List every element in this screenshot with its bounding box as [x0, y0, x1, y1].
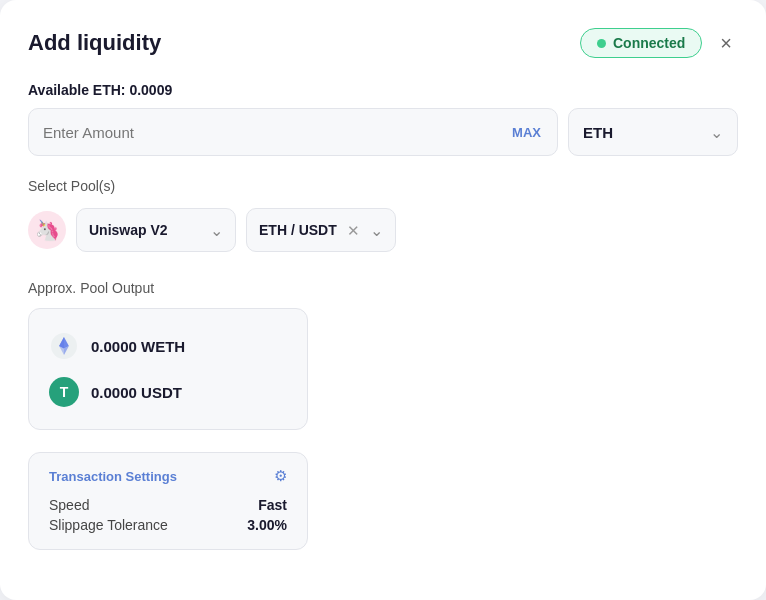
- usdt-output-value: 0.0000 USDT: [91, 384, 182, 401]
- usdt-icon: T: [49, 377, 79, 407]
- connected-dot: [597, 39, 606, 48]
- chevron-down-icon: ⌄: [710, 123, 723, 142]
- approx-output-label: Approx. Pool Output: [28, 280, 738, 296]
- weth-output-row: 0.0000 WETH: [49, 325, 287, 367]
- uniswap-pool-select[interactable]: Uniswap V2 ⌄: [76, 208, 236, 252]
- weth-output-value: 0.0000 WETH: [91, 338, 185, 355]
- select-pools-label: Select Pool(s): [28, 178, 738, 194]
- available-eth-value: 0.0009: [129, 82, 172, 98]
- tx-settings-title: Transaction Settings: [49, 469, 177, 484]
- pair-remove-button[interactable]: ✕: [345, 223, 362, 238]
- amount-row: MAX ETH ⌄: [28, 108, 738, 156]
- max-button[interactable]: MAX: [506, 121, 547, 144]
- gear-icon[interactable]: ⚙: [274, 467, 287, 485]
- connected-button[interactable]: Connected: [580, 28, 702, 58]
- slippage-row: Slippage Tolerance 3.00%: [49, 515, 287, 535]
- pair-select-label: ETH / USDT: [259, 222, 337, 238]
- pool-row: 🦄 Uniswap V2 ⌄ ETH / USDT ✕ ⌄: [28, 208, 738, 252]
- close-button[interactable]: ×: [714, 31, 738, 55]
- close-icon: ×: [720, 32, 732, 54]
- modal-title: Add liquidity: [28, 30, 161, 56]
- pool-output-card: 0.0000 WETH T 0.0000 USDT: [28, 308, 308, 430]
- uniswap-pool-label: Uniswap V2: [89, 222, 202, 238]
- weth-icon: [49, 331, 79, 361]
- transaction-settings-card: Transaction Settings ⚙ Speed Fast Slippa…: [28, 452, 308, 550]
- connected-label: Connected: [613, 35, 685, 51]
- speed-value: Fast: [258, 497, 287, 513]
- pair-select[interactable]: ETH / USDT ✕ ⌄: [246, 208, 396, 252]
- token-select[interactable]: ETH ⌄: [568, 108, 738, 156]
- uniswap-chevron-icon: ⌄: [210, 221, 223, 240]
- add-liquidity-modal: Add liquidity Connected × Available ETH:…: [0, 0, 766, 600]
- pair-chevron-icon: ⌄: [370, 221, 383, 240]
- usdt-output-row: T 0.0000 USDT: [49, 371, 287, 413]
- modal-header: Add liquidity Connected ×: [28, 28, 738, 58]
- slippage-label: Slippage Tolerance: [49, 517, 168, 533]
- speed-label: Speed: [49, 497, 89, 513]
- slippage-value: 3.00%: [247, 517, 287, 533]
- available-eth-label: Available ETH: 0.0009: [28, 82, 738, 98]
- amount-input-wrap: MAX: [28, 108, 558, 156]
- tx-settings-header: Transaction Settings ⚙: [49, 467, 287, 485]
- amount-input[interactable]: [43, 124, 498, 141]
- header-right: Connected ×: [580, 28, 738, 58]
- uniswap-icon: 🦄: [28, 211, 66, 249]
- speed-row: Speed Fast: [49, 495, 287, 515]
- token-select-label: ETH: [583, 124, 702, 141]
